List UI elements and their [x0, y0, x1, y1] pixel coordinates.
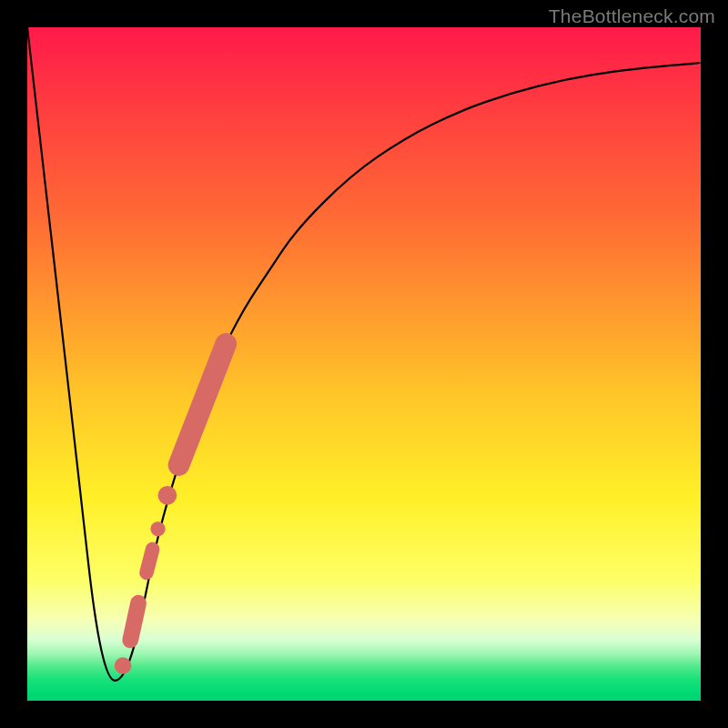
marker-band-dense — [179, 344, 227, 465]
markers-group — [115, 344, 226, 674]
chart-svg — [27, 27, 701, 701]
marker-dot-e — [115, 657, 132, 674]
bottleneck-curve — [27, 27, 701, 681]
chart-frame: TheBottleneck.com — [0, 0, 728, 728]
watermark-label: TheBottleneck.com — [549, 5, 715, 27]
plot-area — [27, 27, 701, 701]
marker-dot-b — [150, 521, 165, 536]
marker-blob-c — [147, 550, 153, 573]
marker-blob-d — [130, 603, 138, 641]
marker-dot-a — [158, 486, 177, 505]
